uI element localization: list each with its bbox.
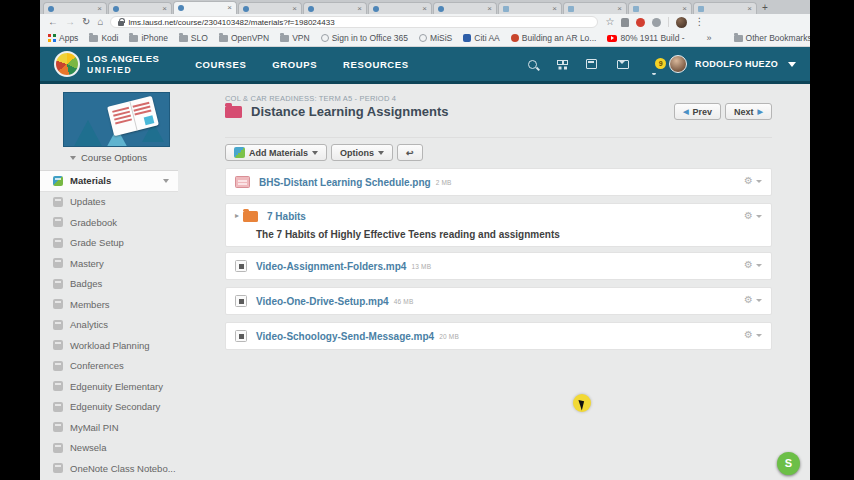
search-icon[interactable] (528, 60, 537, 69)
bookmark-iphone[interactable]: iPhone (129, 33, 167, 43)
more-bookmarks-icon[interactable]: » (707, 33, 712, 43)
sidebar-item-mymail-pin[interactable]: MyMail PIN (40, 417, 178, 438)
schoology-header: LOS ANGELES UNIFIED COURSES GROUPS RESOU… (40, 47, 810, 84)
messages-icon[interactable] (617, 60, 629, 69)
user-avatar[interactable] (669, 55, 687, 73)
caret-down-icon (312, 151, 318, 155)
row-actions[interactable]: ⚙ (744, 295, 762, 305)
calendar-icon[interactable] (586, 59, 597, 69)
browser-tab-active[interactable]: × (173, 1, 237, 14)
reload-icon[interactable]: ↻ (82, 17, 90, 27)
sidebar-item-onenote[interactable]: OneNote Class Notebo... (40, 458, 178, 479)
extension-gray-icon[interactable] (652, 18, 661, 27)
row-actions[interactable]: ⚙ (744, 260, 762, 270)
material-link[interactable]: Video-Schoology-Send-Message.mp4 (256, 331, 434, 342)
prev-button[interactable]: ◀Prev (674, 103, 721, 120)
sidebar-item-workload-planning[interactable]: Workload Planning (40, 335, 178, 356)
bookmark-building-ar[interactable]: Building an AR Lo... (511, 33, 597, 43)
tab-close-icon[interactable]: × (227, 4, 232, 12)
add-materials-button[interactable]: Add Materials (225, 144, 327, 161)
next-button[interactable]: Next▶ (725, 103, 772, 120)
course-options[interactable]: Course Options (70, 152, 147, 163)
course-thumbnail[interactable] (63, 92, 170, 147)
padlock-icon (118, 21, 124, 26)
other-bookmarks[interactable]: Other Bookmarks (734, 33, 810, 43)
material-link[interactable]: Video-One-Drive-Setup.mp4 (256, 296, 389, 307)
url-text[interactable]: lms.lausd.net/course/2304103482/material… (128, 18, 334, 27)
row-actions[interactable]: ⚙ (744, 211, 762, 221)
browser-tab[interactable]: × (238, 2, 302, 14)
bookmark-office365[interactable]: Sign in to Office 365 (321, 33, 408, 43)
browser-tab[interactable]: × (43, 2, 107, 14)
browser-tab[interactable]: × (108, 2, 172, 14)
extension-pin-icon[interactable] (621, 18, 629, 27)
nav-groups[interactable]: GROUPS (272, 59, 317, 70)
sidebar-item-edgenuity-elementary[interactable]: Edgenuity Elementary (40, 376, 178, 397)
tab-close-icon[interactable]: × (162, 5, 167, 13)
tab-close-icon[interactable]: × (422, 5, 427, 13)
browser-tab[interactable]: × (433, 2, 497, 14)
sidebar-item-gradebook[interactable]: Gradebook (40, 212, 178, 233)
undo-button[interactable]: ↩ (397, 144, 423, 161)
onenote-icon (53, 463, 63, 473)
options-button[interactable]: Options (331, 144, 393, 161)
sidebar-item-newsela[interactable]: Newsela (40, 438, 178, 459)
chevron-down-icon[interactable] (788, 62, 796, 67)
sidebar-item-members[interactable]: Members (40, 294, 178, 315)
apps-grid-icon[interactable] (557, 60, 566, 69)
bookmark-openvpn[interactable]: OpenVPN (219, 33, 269, 43)
bookmark-slo[interactable]: SLO (179, 33, 208, 43)
sidebar-item-mastery[interactable]: Mastery (40, 253, 178, 274)
sidebar-item-badges[interactable]: Badges (40, 274, 178, 295)
browser-tab[interactable]: × (303, 2, 367, 14)
material-row-folder: ▸ 7 Habits The 7 Habits of Highly Effect… (225, 203, 772, 247)
tab-close-icon[interactable]: × (552, 5, 557, 13)
row-actions[interactable]: ⚙ (744, 176, 762, 186)
bookmark-misis[interactable]: MiSiS (419, 33, 452, 43)
material-link[interactable]: BHS-Distant Learning Schedule.png (259, 177, 431, 188)
bookmark-citi-aa[interactable]: Citi AA (463, 33, 500, 43)
material-link[interactable]: 7 Habits (267, 211, 306, 222)
screen-recorder-badge[interactable]: S (777, 452, 800, 475)
bookmark-vpn[interactable]: VPN (280, 33, 309, 43)
sidebar-item-grade-setup[interactable]: Grade Setup (40, 233, 178, 254)
tab-close-icon[interactable]: × (617, 5, 622, 13)
new-tab-button[interactable]: + (762, 2, 768, 14)
tab-favicon (633, 6, 639, 12)
sidebar-item-conferences[interactable]: Conferences (40, 356, 178, 377)
material-link[interactable]: Video-Assignment-Folders.mp4 (256, 261, 406, 272)
forward-icon[interactable]: → (65, 17, 75, 27)
row-actions[interactable]: ⚙ (744, 330, 762, 340)
home-icon[interactable]: ⌂ (97, 17, 103, 27)
user-name[interactable]: RODOLFO HUEZO (695, 59, 778, 69)
tab-close-icon[interactable]: × (682, 5, 687, 13)
sidebar-item-edgenuity-secondary[interactable]: Edgenuity Secondary (40, 397, 178, 418)
tab-close-icon[interactable]: × (487, 5, 492, 13)
tab-close-icon[interactable]: × (97, 5, 102, 13)
sidebar-item-updates[interactable]: Updates (40, 192, 178, 213)
extension-red-icon[interactable] (636, 18, 645, 27)
expand-icon[interactable]: ▸ (235, 211, 239, 220)
tab-favicon (48, 6, 54, 12)
browser-profile-avatar[interactable] (676, 17, 687, 28)
bookmark-star-icon[interactable]: ☆ (605, 17, 614, 27)
sidebar-item-materials[interactable]: Materials (40, 171, 178, 192)
browser-tab[interactable]: × (498, 2, 562, 14)
bookmark-kodi[interactable]: Kodi (89, 33, 118, 43)
browser-tab[interactable]: × (693, 2, 757, 14)
browser-tab[interactable]: × (628, 2, 692, 14)
browser-tab[interactable]: × (368, 2, 432, 14)
nav-courses[interactable]: COURSES (195, 59, 246, 70)
tab-close-icon[interactable]: × (357, 5, 362, 13)
tab-close-icon[interactable]: × (292, 5, 297, 13)
bookmark-1911-build[interactable]: 80% 1911 Build - (607, 33, 684, 43)
nav-resources[interactable]: RESOURCES (343, 59, 409, 70)
url-bar[interactable]: lms.lausd.net/course/2304103482/material… (110, 16, 598, 28)
lausd-logo[interactable] (54, 51, 80, 77)
browser-menu-icon[interactable]: ⋮ (694, 17, 704, 27)
tab-close-icon[interactable]: × (747, 5, 752, 13)
bookmark-apps[interactable]: Apps (48, 33, 78, 43)
back-icon[interactable]: ← (48, 17, 58, 27)
browser-tab[interactable]: × (563, 2, 627, 14)
sidebar-item-analytics[interactable]: Analytics (40, 315, 178, 336)
